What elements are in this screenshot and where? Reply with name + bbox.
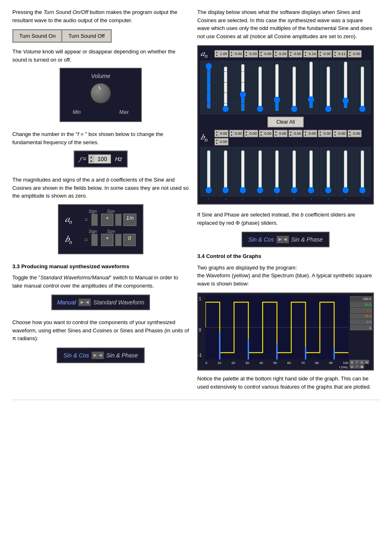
mixer-b-spinbox-6[interactable]: ▲ ▼ 0.00 <box>288 130 302 137</box>
spin-dn[interactable]: ▼ <box>304 134 307 137</box>
spin-dn[interactable]: ▼ <box>215 54 219 57</box>
graph-ctrl-btn-3[interactable]: ⊟ <box>360 360 364 364</box>
freq-up-arrow[interactable]: ▲ <box>89 155 94 159</box>
mixer-a-spinbox-4[interactable]: ▲ ▼ 0.00 <box>259 50 273 58</box>
slider-a8[interactable] <box>326 66 331 112</box>
spin-dn[interactable]: ▼ <box>318 54 322 57</box>
graph-ctrl-btn-1[interactable]: ⊞ <box>350 360 354 364</box>
mixer-b-spinbox-3[interactable]: ▲ ▼ 0.00 <box>244 130 258 137</box>
mixer-a-spinbox-3[interactable]: ▲ ▼ 0.33 <box>244 50 258 58</box>
spin-up[interactable]: ▲ <box>348 130 352 134</box>
coeff-a-spinbox[interactable] <box>91 214 98 226</box>
mixer-a-spinbox-10[interactable]: ▲ ▼ 0.00 <box>348 50 362 58</box>
spin-up[interactable]: ▲ <box>215 130 219 134</box>
spin-dn[interactable]: ▼ <box>215 142 219 145</box>
spin-up[interactable]: ▲ <box>348 51 352 54</box>
slider-a4[interactable] <box>258 66 263 112</box>
slider-a2[interactable] <box>223 66 228 112</box>
spin-dn[interactable]: ▼ <box>333 134 337 137</box>
spin-dn[interactable]: ▼ <box>215 134 219 137</box>
spin-up[interactable]: ▲ <box>244 51 248 54</box>
spin-up[interactable]: ▲ <box>215 51 219 54</box>
spin-dn[interactable]: ▼ <box>289 54 293 57</box>
coeff-b-size-spinbox[interactable] <box>115 234 122 246</box>
sincos-toggle[interactable] <box>92 352 104 359</box>
spin-dn[interactable]: ▼ <box>304 54 307 57</box>
spin-up[interactable]: ▲ <box>259 51 263 54</box>
spin-up[interactable]: ▲ <box>230 130 233 134</box>
spin-dn[interactable]: ▼ <box>348 134 352 137</box>
spin-up[interactable]: ▲ <box>318 130 322 134</box>
clear-all-button[interactable]: Clear All <box>267 117 304 127</box>
slider-b3[interactable] <box>240 150 245 193</box>
mixer-b-spinbox-2[interactable]: ▲ ▼ 0.00 <box>229 130 243 137</box>
mixer-a-spinbox-2[interactable]: ▲ ▼ 0.00 <box>229 50 243 58</box>
spin-up[interactable]: ▲ <box>333 51 337 54</box>
turn-sound-on-button[interactable]: Turn Sound On <box>13 30 62 42</box>
graph-ctrl-btn-2[interactable]: ≡ <box>355 360 359 364</box>
mixer-a-spinbox-8[interactable]: ▲ ▼ 0.00 <box>318 50 332 58</box>
spin-up[interactable]: ▲ <box>274 130 278 134</box>
spin-up[interactable]: ▲ <box>230 51 233 54</box>
slider-a9[interactable] <box>343 61 348 108</box>
graph-ctrl-btn-4[interactable]: ⊞ <box>364 360 369 364</box>
mixer-b-spinbox-5[interactable]: ▲ ▼ 0.00 <box>274 130 288 137</box>
spin-dn[interactable]: ▼ <box>259 134 263 137</box>
mixer-a-spinbox-6[interactable]: ▲ ▼ 0.00 <box>288 50 302 58</box>
mixer-b-spinbox-7[interactable]: ▲ ▼ 0.00 <box>303 130 317 137</box>
spin-dn[interactable]: ▼ <box>289 134 293 137</box>
coeff-b-spinbox[interactable] <box>91 234 98 246</box>
slider-a10[interactable] <box>360 66 365 112</box>
freq-down-arrow[interactable]: ▼ <box>89 159 94 163</box>
slider-b7[interactable] <box>309 150 314 193</box>
slider-b8[interactable] <box>326 150 331 193</box>
slider-a6[interactable] <box>292 66 297 112</box>
spin-up[interactable]: ▲ <box>259 130 263 134</box>
mixer-a-spinbox-7[interactable]: ▲ ▼ 0.14 <box>303 50 317 58</box>
spin-up[interactable]: ▲ <box>215 138 219 142</box>
spin-dn[interactable]: ▼ <box>274 134 278 137</box>
mixer-b-spinbox-8[interactable]: ▲ ▼ 0.00 <box>318 130 332 137</box>
spin-up[interactable]: ▲ <box>304 130 307 134</box>
spin-dn[interactable]: ▼ <box>333 54 337 57</box>
spin-dn[interactable]: ▼ <box>244 134 248 137</box>
mixer-a-spinbox-9[interactable]: ▲ ▼ 0.11 <box>333 50 347 58</box>
slider-a1[interactable] <box>206 63 211 109</box>
slider-b10[interactable] <box>360 150 365 193</box>
slider-a5[interactable] <box>274 64 279 111</box>
slider-a3[interactable] <box>240 64 245 111</box>
spin-dn[interactable]: ▼ <box>274 54 278 57</box>
freq-value[interactable]: 100 <box>94 155 111 163</box>
slider-b4[interactable] <box>258 150 263 193</box>
spin-up[interactable]: ▲ <box>289 130 293 134</box>
spin-dn[interactable]: ▼ <box>348 54 352 57</box>
slider-b9[interactable] <box>343 150 348 193</box>
volume-knob[interactable] <box>90 83 111 104</box>
spin-up[interactable]: ▲ <box>289 51 293 54</box>
freq-spinbox[interactable]: ▲ ▼ 100 <box>88 154 111 164</box>
spin-dn[interactable]: ▼ <box>318 134 322 137</box>
graph-ctrl-btn-7[interactable]: 🏠 <box>360 364 364 368</box>
mixer-b-spinbox-11[interactable]: ▲ ▼ 0.00 <box>214 138 228 145</box>
slider-a7[interactable] <box>309 61 314 108</box>
slider-b2[interactable] <box>223 150 228 193</box>
switch-toggle[interactable] <box>78 299 91 306</box>
graph-ctrl-btn-5[interactable]: ⊟ <box>350 364 354 368</box>
spin-up[interactable]: ▲ <box>244 130 248 134</box>
slider-b1[interactable] <box>206 150 211 193</box>
graph-ctrl-btn-6[interactable]: ↔ <box>355 364 359 368</box>
mixer-a-spinbox-5[interactable]: ▲ ▼ 0.20 <box>274 50 288 58</box>
turn-sound-off-button[interactable]: Turn Sound Off <box>62 30 111 42</box>
spin-up[interactable]: ▲ <box>274 51 278 54</box>
spin-up[interactable]: ▲ <box>304 51 307 54</box>
slider-b6[interactable] <box>292 150 297 193</box>
sincos-right-toggle[interactable] <box>277 236 289 243</box>
mixer-b-spinbox-4[interactable]: ▲ ▼ 0.00 <box>259 130 273 137</box>
spin-up[interactable]: ▲ <box>333 130 337 134</box>
coeff-a-size-spinbox[interactable] <box>115 214 122 226</box>
mixer-a-spinbox-1[interactable]: ▲ ▼ 1.00 <box>214 50 228 58</box>
spin-dn[interactable]: ▼ <box>244 54 248 57</box>
mixer-b-spinbox-10[interactable]: ▲ ▼ 0.00 <box>348 130 362 137</box>
spin-up[interactable]: ▲ <box>318 51 322 54</box>
slider-b5[interactable] <box>274 150 279 193</box>
